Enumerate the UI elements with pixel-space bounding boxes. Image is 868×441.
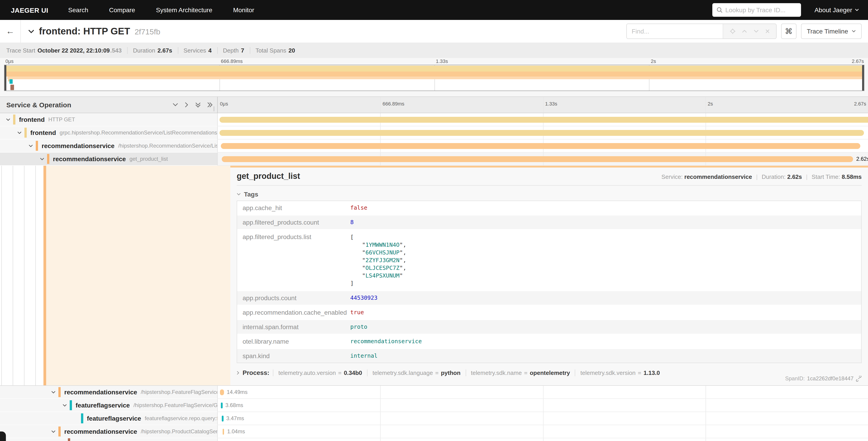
back-button[interactable]: ← (0, 20, 21, 42)
span-bar-cell[interactable]: 1.04ms (218, 425, 868, 438)
minimap-tick-1: 666.89ms (221, 58, 243, 64)
indent-guide (35, 166, 36, 385)
span-duration-bar[interactable] (221, 143, 860, 149)
bracket: [ (350, 233, 859, 241)
timeline-tick-3: 2s (708, 101, 713, 107)
nav-link-system-architecture[interactable]: System Architecture (156, 6, 212, 13)
chevron-down-icon[interactable] (50, 390, 57, 394)
service-color-bar (36, 141, 38, 151)
chevron-down-icon[interactable] (16, 131, 23, 134)
corner-overlay (0, 432, 6, 441)
collapse-all-icon[interactable] (195, 102, 201, 108)
operation-name: HTTP GET (49, 116, 75, 123)
selected-span-color-bar (43, 166, 46, 385)
trace-minimap[interactable] (4, 65, 864, 91)
span-bar-cell[interactable]: 14.49ms (218, 386, 868, 399)
tag-value: internal (347, 349, 861, 363)
span-bar-cell[interactable] (218, 126, 868, 140)
span-duration-bar[interactable] (222, 416, 223, 421)
start-time-label: Start Time: (812, 173, 840, 180)
span-duration-label: 2.62s (856, 156, 868, 162)
divider (237, 185, 862, 186)
link-icon[interactable] (856, 376, 862, 381)
column-resize-handle[interactable]: ║ (213, 107, 216, 111)
span-bar-cell[interactable]: 3.68ms (218, 399, 868, 412)
service-color-bar (58, 427, 61, 437)
timeline-tick-2: 1.33s (545, 101, 557, 107)
minimap-span-strip (4, 66, 864, 71)
operation-name: /hipstershop.FeatureFlagService... (141, 389, 218, 395)
minimap-tick-2: 1.33s (436, 58, 448, 64)
selected-span-tint (46, 166, 230, 385)
nav-link-compare[interactable]: Compare (109, 6, 135, 13)
process-section-toggle[interactable]: Process: telemetry.auto.version=0.34b0 t… (237, 369, 862, 376)
span-bar-cell[interactable] (218, 140, 868, 153)
process-tag-value: python (441, 369, 461, 376)
tag-value: 8 (347, 215, 861, 229)
indent-guide (13, 166, 13, 385)
tag-key: otel.library.name (237, 334, 347, 348)
span-bar-cell[interactable]: 3.47ms (218, 412, 868, 425)
quote: " (362, 241, 366, 248)
span-name-cell[interactable]: recommendationservice /hipstershop.Produ… (0, 425, 218, 438)
prev-match-icon[interactable] (742, 29, 747, 33)
keyboard-shortcuts-button[interactable]: ⌘ (781, 24, 796, 39)
service-color-bar (58, 387, 61, 397)
chevron-down-icon[interactable] (50, 430, 57, 433)
span-row-featureflag-getflag: featureflagservice /hipstershop.FeatureF… (0, 399, 868, 412)
collapse-one-icon[interactable] (173, 103, 178, 107)
span-name-cell[interactable]: frontend HTTP GET (0, 113, 218, 126)
focus-match-icon[interactable] (729, 28, 736, 34)
trace-minimap-section: 0μs 666.89ms 1.33s 2s 2.67s (0, 58, 868, 97)
tag-row: internal.span.format proto (237, 320, 861, 334)
service-color-bar (25, 128, 27, 138)
trace-id-lookup-input[interactable] (725, 6, 793, 13)
tag-row: span.kind internal (237, 349, 861, 363)
brand-logo[interactable]: JAEGER UI (11, 6, 48, 14)
trace-view-selector[interactable]: Trace Timeline (801, 24, 862, 39)
tags-section-toggle[interactable]: Tags (237, 190, 862, 198)
chevron-down-icon[interactable] (4, 118, 12, 121)
span-row-get-product-list: recommendationservice get_product_list 2… (0, 153, 868, 166)
timeline-tick-0: 0μs (220, 101, 228, 107)
clear-find-icon[interactable] (765, 29, 770, 33)
span-bar-cell[interactable] (218, 438, 868, 441)
span-name-cell[interactable]: featureflagservice /hipstershop.FeatureF… (0, 399, 218, 412)
span-name-cell[interactable]: featureflagservice featureflagservice.re… (0, 412, 218, 425)
gridline (380, 386, 381, 399)
top-navbar: JAEGER UI Search Compare System Architec… (0, 0, 868, 20)
span-duration-bar[interactable] (222, 156, 853, 162)
minimap-right-scrubber[interactable] (862, 65, 864, 91)
nav-link-monitor[interactable]: Monitor (233, 6, 254, 13)
operation-name: /hipstershop.RecommendationService/Lis..… (118, 143, 218, 149)
process-tag-key: telemetry.sdk.name (471, 369, 522, 376)
about-jaeger-menu[interactable]: About Jaeger (814, 6, 859, 13)
collapse-trace-chevron-icon[interactable] (28, 29, 34, 33)
expand-all-icon[interactable] (207, 102, 213, 108)
span-name-cell[interactable]: recommendationservice get_product_list (0, 153, 218, 166)
chevron-down-icon[interactable] (27, 144, 34, 147)
span-duration-bar[interactable] (219, 130, 864, 136)
chevron-down-icon[interactable] (38, 157, 46, 160)
span-duration-bar[interactable] (219, 117, 868, 123)
minimap-left-scrubber[interactable] (4, 65, 6, 91)
gridline (380, 412, 381, 425)
trace-depth-item: Depth 7 (217, 47, 250, 54)
span-name-cell[interactable]: recommendationservice /hipstershop.Featu… (0, 386, 218, 399)
product-id: OLJCESPC7Z (366, 264, 400, 271)
nav-link-search[interactable]: Search (68, 6, 88, 13)
span-name-cell[interactable]: frontend grpc.hipstershop.Recommendation… (0, 126, 218, 140)
process-tag: telemetry.auto.version=0.34b0 (273, 369, 367, 376)
chevron-down-icon[interactable] (61, 404, 68, 407)
find-input[interactable] (626, 24, 722, 38)
span-duration-bar[interactable] (221, 403, 223, 408)
span-duration-bar[interactable] (220, 389, 224, 395)
span-name-cell[interactable] (0, 438, 218, 441)
expand-one-icon[interactable] (185, 102, 189, 108)
span-bar-cell[interactable] (218, 113, 868, 126)
span-name-cell[interactable]: recommendationservice /hipstershop.Recom… (0, 140, 218, 153)
next-match-icon[interactable] (753, 29, 759, 33)
span-duration-bar[interactable] (223, 429, 224, 435)
span-bar-cell[interactable]: 2.62s (218, 153, 868, 166)
tag-row: app.cache_hit false (237, 201, 861, 215)
